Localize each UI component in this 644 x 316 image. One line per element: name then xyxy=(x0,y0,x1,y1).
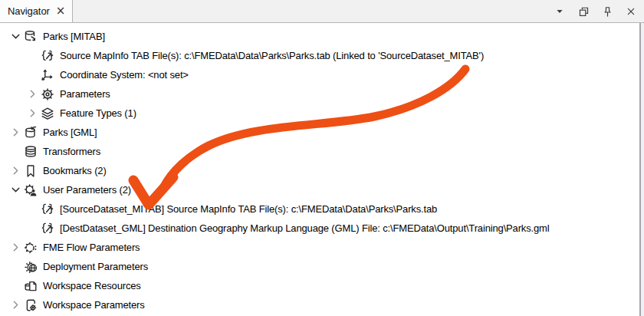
float-window-icon xyxy=(577,5,590,18)
tree-item-label: [SourceDataset_MITAB] Source MapInfo TAB… xyxy=(60,203,437,215)
tree-item-label: Transformers xyxy=(43,146,100,157)
tree-item-label: [DestDataset_GML] Destination Geography … xyxy=(60,222,550,234)
axes-icon xyxy=(40,67,55,83)
expand-chevron-icon xyxy=(25,202,40,217)
tree-row-feature-types[interactable]: Feature Types (1) xyxy=(0,104,641,123)
docgear-icon xyxy=(23,298,38,313)
tree-item-label: Workspace Resources xyxy=(43,280,141,291)
expand-chevron-icon[interactable] xyxy=(25,87,40,102)
braces-icon xyxy=(40,48,55,64)
expand-chevron-icon xyxy=(25,221,40,236)
expand-chevron-icon[interactable] xyxy=(8,125,23,140)
transformers-icon xyxy=(23,144,38,160)
tree-item-label: Bookmarks (2) xyxy=(43,165,107,176)
pin-icon xyxy=(601,5,614,18)
pin-button[interactable] xyxy=(600,5,614,18)
panel-window-buttons xyxy=(553,2,638,21)
expand-chevron-icon[interactable] xyxy=(8,29,23,44)
tree-item-label: Parameters xyxy=(60,88,110,100)
tree-row-parameters[interactable]: Parameters xyxy=(0,84,641,104)
close-icon xyxy=(625,5,637,18)
deploygear-icon xyxy=(23,259,38,275)
expand-chevron-icon xyxy=(8,259,23,275)
layers-icon xyxy=(40,106,55,121)
tree-row-workspace-resources[interactable]: Workspace Resources xyxy=(0,276,641,295)
caret-down-icon xyxy=(554,5,566,18)
expand-chevron-icon xyxy=(8,144,23,160)
float-button[interactable] xyxy=(577,5,590,18)
braces-icon xyxy=(40,202,55,217)
tree-row-sourcedataset-mitab-param[interactable]: [SourceDataset_MITAB] Source MapInfo TAB… xyxy=(0,199,641,219)
tree-row-parks-gml[interactable]: Parks [GML] xyxy=(0,123,641,142)
tree-row-source-dataset[interactable]: Source MapInfo TAB File(s): c:\FMEData\D… xyxy=(0,46,641,65)
expand-chevron-icon[interactable] xyxy=(8,240,23,255)
expand-chevron-icon xyxy=(25,48,40,64)
expand-chevron-icon[interactable] xyxy=(8,298,23,313)
usergear-icon xyxy=(23,183,38,198)
tree-row-workspace-parameters[interactable]: Workspace Parameters xyxy=(0,295,641,314)
dropdown-menu-button[interactable] xyxy=(553,5,567,18)
tree-item-label: Deployment Parameters xyxy=(43,261,148,272)
expand-chevron-icon[interactable] xyxy=(8,183,23,198)
tree-item-label: Workspace Parameters xyxy=(43,299,145,311)
panel-right-border xyxy=(639,23,641,316)
tree-item-label: FME Flow Parameters xyxy=(43,242,140,253)
tree-row-coordinate-system[interactable]: Coordinate System: <not set> xyxy=(0,65,641,84)
tree-item-label: Source MapInfo TAB File(s): c:\FMEData\D… xyxy=(60,50,484,61)
dock-titlebar: Navigator × xyxy=(0,0,644,23)
tree-item-label: Parks [GML] xyxy=(43,127,97,138)
tree-row-user-parameters[interactable]: User Parameters (2) xyxy=(0,180,641,199)
tree-row-parks-mitab[interactable]: Parks [MITAB] xyxy=(0,27,641,46)
dbpage-icon xyxy=(23,278,38,294)
tree-row-transformers[interactable]: Transformers xyxy=(0,142,641,161)
navigator-panel: Parks [MITAB] Source MapInfo TAB File(s)… xyxy=(0,23,641,316)
expand-chevron-icon[interactable] xyxy=(8,163,23,179)
tree-item-label: Feature Types (1) xyxy=(60,107,136,119)
flowgear-icon xyxy=(23,240,38,255)
reader-icon xyxy=(23,29,38,44)
tree-item-label: User Parameters (2) xyxy=(43,184,131,196)
tree-item-label: Coordinate System: <not set> xyxy=(60,69,189,81)
expand-chevron-icon xyxy=(8,278,23,294)
tab-navigator[interactable]: Navigator × xyxy=(0,0,73,22)
tree-row-deployment-parameters[interactable]: Deployment Parameters xyxy=(0,257,641,276)
writer-icon xyxy=(23,125,38,140)
navigator-tree: Parks [MITAB] Source MapInfo TAB File(s)… xyxy=(0,23,641,314)
tab-navigator-label: Navigator xyxy=(8,5,50,17)
tree-row-fme-flow-parameters[interactable]: FME Flow Parameters xyxy=(0,238,641,257)
gear-icon xyxy=(40,87,55,102)
braces-icon xyxy=(40,221,55,236)
bookmark-icon xyxy=(23,163,38,179)
close-panel-button[interactable] xyxy=(624,5,638,18)
expand-chevron-icon xyxy=(25,67,40,83)
tree-item-label: Parks [MITAB] xyxy=(43,31,105,42)
tree-row-bookmarks[interactable]: Bookmarks (2) xyxy=(0,161,641,180)
tab-close-icon[interactable]: × xyxy=(56,5,66,17)
tree-row-destdataset-gml-param[interactable]: [DestDataset_GML] Destination Geography … xyxy=(0,219,641,238)
expand-chevron-icon[interactable] xyxy=(25,106,40,121)
